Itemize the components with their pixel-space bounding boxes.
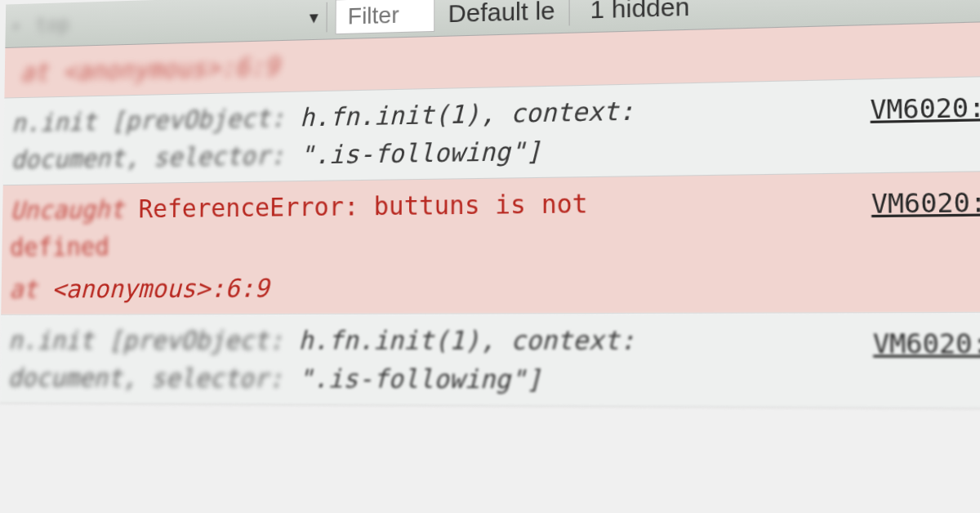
error-message: Uncaught ReferenceError: buttuns is not …: [9, 181, 873, 308]
level-dropdown[interactable]: Default le: [443, 0, 559, 28]
source-link[interactable]: VM6020:6: [871, 182, 980, 224]
context-select[interactable]: top: [28, 12, 78, 37]
console-row-error: Uncaught ReferenceError: buttuns is not …: [1, 172, 980, 315]
console-row-log: n.init [prevObject: h.fn.init(1), contex…: [0, 313, 980, 409]
console-output: at <anonymous>:6:9 n.init [prevObject: h…: [0, 21, 980, 409]
hidden-count[interactable]: 1 hidden: [578, 0, 702, 25]
source-link[interactable]: VM6020:4: [870, 87, 980, 130]
log-message: n.init [prevObject: h.fn.init(1), contex…: [7, 320, 874, 400]
separator: [327, 2, 327, 32]
separator: [568, 0, 569, 25]
filter-input[interactable]: [336, 0, 435, 34]
clear-icon[interactable]: ⊘: [11, 17, 20, 34]
source-link[interactable]: VM6020:4: [873, 323, 980, 364]
chevron-down-icon[interactable]: ▼: [310, 8, 318, 26]
log-message: n.init [prevObject: h.fn.init(1), contex…: [11, 87, 871, 178]
